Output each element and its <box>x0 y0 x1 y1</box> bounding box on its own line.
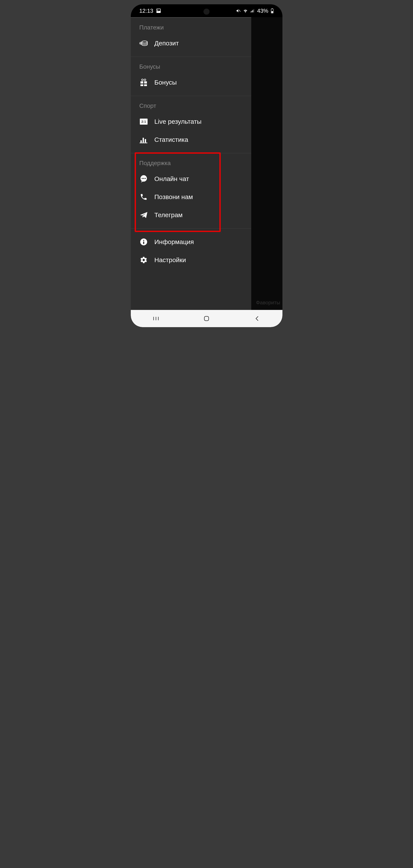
menu-label: Информация <box>154 238 194 246</box>
svg-rect-36 <box>204 316 209 321</box>
phone-frame: 12:13 43% <box>126 0 287 332</box>
signal-icon <box>250 8 255 13</box>
menu-label: Настройки <box>154 256 186 264</box>
info-icon <box>139 238 148 246</box>
svg-rect-5 <box>253 10 253 12</box>
status-right: 43% <box>236 7 274 14</box>
menu-section-bonuses: Бонусы Бонусы <box>131 57 251 96</box>
section-title-bonuses: Бонусы <box>131 63 251 73</box>
menu-label: Live результаты <box>154 118 201 125</box>
svg-line-2 <box>239 10 241 11</box>
wifi-icon <box>243 8 248 13</box>
bars-icon <box>139 135 148 144</box>
menu-section-sport: Спорт 2:1 Live результаты Статистика <box>131 96 251 153</box>
svg-point-18 <box>141 79 143 81</box>
status-left: 12:13 <box>139 7 161 14</box>
svg-rect-3 <box>251 11 251 12</box>
menu-section-payments: Платежи Депозит <box>131 18 251 57</box>
section-title-sport: Спорт <box>131 102 251 113</box>
score-icon: 2:1 <box>139 117 148 126</box>
screen-body: Платежи Депозит Бонусы <box>131 17 282 310</box>
home-button[interactable] <box>198 314 215 323</box>
svg-rect-15 <box>144 81 147 84</box>
menu-item-deposit[interactable]: Депозит <box>131 34 251 52</box>
svg-point-10 <box>142 41 147 43</box>
svg-point-28 <box>143 178 144 179</box>
mute-icon <box>236 8 241 13</box>
telegram-icon <box>139 211 148 219</box>
svg-rect-6 <box>254 9 254 12</box>
svg-rect-16 <box>140 84 143 86</box>
menu-label: Телеграм <box>154 211 183 219</box>
svg-rect-8 <box>272 8 273 9</box>
svg-rect-14 <box>140 81 143 84</box>
menu-item-live-results[interactable]: 2:1 Live результаты <box>131 113 251 131</box>
side-menu[interactable]: Платежи Депозит Бонусы <box>131 17 251 310</box>
gift-icon <box>139 78 148 87</box>
menu-label: Бонусы <box>154 79 177 86</box>
svg-rect-23 <box>142 138 144 143</box>
back-button[interactable] <box>249 314 266 323</box>
section-title-payments: Платежи <box>131 24 251 34</box>
svg-rect-4 <box>252 11 252 12</box>
menu-section-other: Информация Настройки <box>131 228 251 273</box>
menu-label: Статистика <box>154 136 188 143</box>
image-icon <box>156 8 161 13</box>
battery-icon <box>271 8 274 13</box>
svg-rect-32 <box>143 242 144 244</box>
menu-item-call-us[interactable]: Позвони нам <box>131 188 251 206</box>
svg-point-29 <box>145 178 146 179</box>
coins-icon <box>139 39 148 48</box>
svg-rect-17 <box>144 84 147 86</box>
phone-icon <box>139 193 148 201</box>
menu-label: Онлайн чат <box>154 175 189 183</box>
svg-text:2:1: 2:1 <box>141 120 146 123</box>
chat-icon <box>139 175 148 183</box>
status-time: 12:13 <box>139 7 153 14</box>
svg-rect-9 <box>272 11 273 13</box>
svg-point-31 <box>143 240 144 241</box>
menu-item-information[interactable]: Информация <box>131 233 251 251</box>
menu-section-support: Поддержка Онлайн чат Позвони нам <box>131 153 251 228</box>
menu-item-bonuses[interactable]: Бонусы <box>131 73 251 91</box>
menu-label: Депозит <box>154 40 179 47</box>
camera-notch <box>203 9 210 14</box>
svg-rect-24 <box>145 139 146 143</box>
svg-point-19 <box>144 79 146 81</box>
recent-apps-button[interactable] <box>147 314 164 323</box>
android-nav-bar <box>131 310 282 327</box>
menu-item-settings[interactable]: Настройки <box>131 251 251 269</box>
battery-percent: 43% <box>257 7 268 14</box>
right-panel[interactable]: Фавориты <box>251 17 282 310</box>
menu-item-statistics[interactable]: Статистика <box>131 131 251 149</box>
section-title-support: Поддержка <box>131 160 251 170</box>
svg-point-1 <box>157 10 158 10</box>
svg-rect-22 <box>140 140 142 143</box>
favorites-label: Фавориты <box>256 300 280 306</box>
menu-label: Позвони нам <box>154 193 193 200</box>
gear-icon <box>139 256 148 264</box>
svg-point-27 <box>141 178 142 179</box>
menu-item-telegram[interactable]: Телеграм <box>131 206 251 224</box>
menu-item-online-chat[interactable]: Онлайн чат <box>131 170 251 188</box>
phone-screen: 12:13 43% <box>131 4 282 327</box>
